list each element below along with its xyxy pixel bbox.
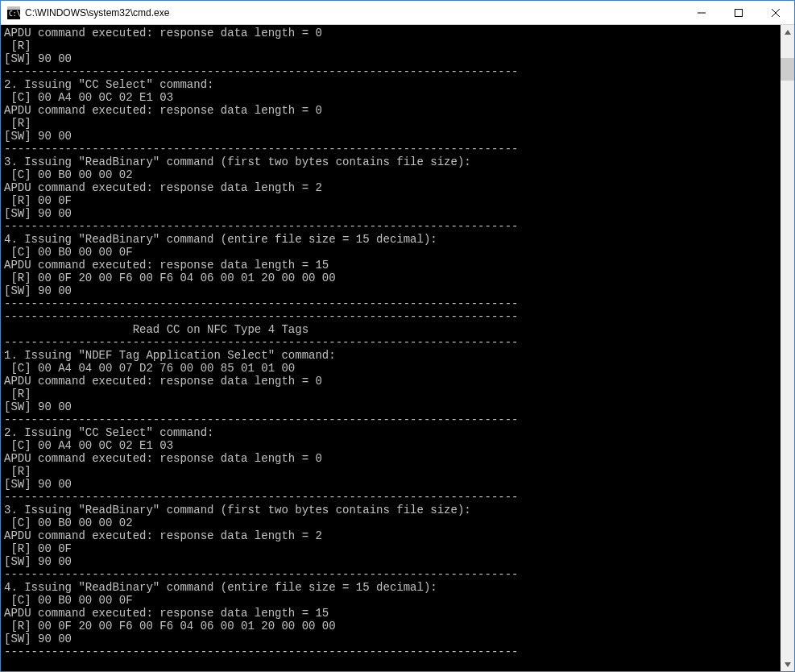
console-line: [C] 00 B0 00 00 0F <box>4 594 781 607</box>
console-line: [R] <box>4 465 781 478</box>
svg-text:C:\: C:\ <box>9 10 20 18</box>
chevron-down-icon <box>785 662 791 667</box>
console-line: APDU command executed: response data len… <box>4 607 781 620</box>
title-bar[interactable]: C:\ C:\WINDOWS\system32\cmd.exe <box>1 1 794 25</box>
console-line: 1. Issuing "NDEF Tag Application Select"… <box>4 349 781 362</box>
client-area: APDU command executed: response data len… <box>1 25 794 671</box>
minimize-button[interactable] <box>683 1 720 25</box>
console-line: [SW] 90 00 <box>4 555 781 568</box>
console-line: APDU command executed: response data len… <box>4 375 781 388</box>
scroll-thumb[interactable] <box>781 58 794 81</box>
console-line: APDU command executed: response data len… <box>4 259 781 272</box>
console-line: APDU command executed: response data len… <box>4 529 781 542</box>
console-line: ----------------------------------------… <box>4 310 781 323</box>
console-line: ----------------------------------------… <box>4 413 781 426</box>
close-icon <box>772 9 780 17</box>
console-line: [C] 00 B0 00 00 02 <box>4 168 781 181</box>
console-line: [R] <box>4 388 781 400</box>
console-line: 4. Issuing "ReadBinary" command (entire … <box>4 233 781 246</box>
scroll-down-button[interactable] <box>781 657 794 671</box>
console-output[interactable]: APDU command executed: response data len… <box>1 25 781 671</box>
cmd-window: C:\ C:\WINDOWS\system32\cmd.exe APDU com… <box>0 0 795 672</box>
console-line: APDU command executed: response data len… <box>4 104 781 117</box>
console-line: ----------------------------------------… <box>4 220 781 233</box>
console-line: ----------------------------------------… <box>4 568 781 581</box>
console-line: ----------------------------------------… <box>4 143 781 156</box>
chevron-up-icon <box>785 30 791 35</box>
console-line: [R] 00 0F <box>4 194 781 207</box>
cmd-icon: C:\ <box>7 6 20 19</box>
vertical-scrollbar[interactable] <box>781 25 794 671</box>
console-line: [SW] 90 00 <box>4 284 781 297</box>
console-line: ----------------------------------------… <box>4 297 781 310</box>
minimize-icon <box>698 9 706 17</box>
console-line: [R] <box>4 39 781 52</box>
console-line: ----------------------------------------… <box>4 336 781 349</box>
scroll-track[interactable] <box>781 39 794 657</box>
console-line: [SW] 90 00 <box>4 207 781 220</box>
scroll-up-button[interactable] <box>781 25 794 39</box>
console-line: [SW] 90 00 <box>4 52 781 65</box>
console-line: Read CC on NFC Type 4 Tags <box>4 323 781 336</box>
console-line: 4. Issuing "ReadBinary" command (entire … <box>4 581 781 594</box>
window-title: C:\WINDOWS\system32\cmd.exe <box>25 7 169 19</box>
maximize-icon <box>735 9 743 17</box>
maximize-button[interactable] <box>720 1 757 25</box>
console-line: 2. Issuing "CC Select" command: <box>4 426 781 439</box>
console-line: APDU command executed: response data len… <box>4 452 781 465</box>
close-button[interactable] <box>757 1 794 25</box>
console-line: ----------------------------------------… <box>4 491 781 504</box>
console-line: [C] 00 B0 00 00 02 <box>4 516 781 529</box>
console-line: ----------------------------------------… <box>4 65 781 78</box>
console-line: 2. Issuing "CC Select" command: <box>4 78 781 91</box>
console-line: [SW] 90 00 <box>4 633 781 645</box>
console-line: [R] 00 0F 20 00 F6 00 F6 04 06 00 01 20 … <box>4 620 781 633</box>
svg-rect-1 <box>7 6 20 10</box>
console-line: ----------------------------------------… <box>4 645 781 658</box>
console-line: [R] 00 0F 20 00 F6 00 F6 04 06 00 01 20 … <box>4 272 781 284</box>
console-line: 3. Issuing "ReadBinary" command (first t… <box>4 156 781 168</box>
console-line: [C] 00 A4 00 0C 02 E1 03 <box>4 91 781 104</box>
svg-rect-3 <box>735 9 743 16</box>
console-line: [R] <box>4 117 781 130</box>
console-line: [SW] 90 00 <box>4 400 781 413</box>
console-line: 3. Issuing "ReadBinary" command (first t… <box>4 504 781 516</box>
console-line: [R] 00 0F <box>4 542 781 555</box>
console-line: [C] 00 A4 00 0C 02 E1 03 <box>4 439 781 452</box>
console-line: APDU command executed: response data len… <box>4 181 781 194</box>
console-line: [SW] 90 00 <box>4 130 781 143</box>
console-line: APDU command executed: response data len… <box>4 27 781 39</box>
console-line: [SW] 90 00 <box>4 478 781 491</box>
console-line: [C] 00 A4 04 00 07 D2 76 00 00 85 01 01 … <box>4 362 781 375</box>
console-line: [C] 00 B0 00 00 0F <box>4 246 781 259</box>
